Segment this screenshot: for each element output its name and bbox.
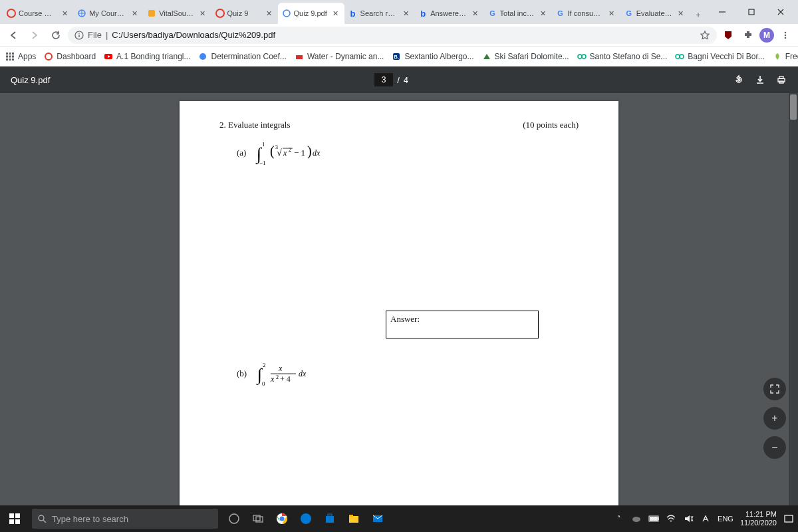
omnibox[interactable]: File | C:/Users/badiya/Downloads/Quiz%20… (68, 27, 717, 44)
explorer-app-icon[interactable] (343, 508, 364, 529)
bookmark-determination[interactable]: Determination Coef... (198, 52, 286, 61)
store-app-icon[interactable] (319, 508, 340, 529)
forward-button[interactable] (25, 26, 44, 45)
star-icon[interactable] (700, 30, 710, 41)
tab-answered[interactable]: b Answered: I ✕ (414, 3, 483, 24)
tab-search-results[interactable]: b Search resu ✕ (344, 3, 415, 24)
tab-evaluate-int[interactable]: G Evaluate int ✕ (620, 3, 690, 24)
address-url: C:/Users/badiya/Downloads/Quiz%209.pdf (112, 30, 275, 40)
tab-label: If consumpt (568, 9, 604, 17)
reload-button[interactable] (47, 26, 65, 45)
zoom-in-button[interactable]: + (763, 407, 786, 430)
close-icon[interactable]: ✕ (331, 9, 340, 18)
svg-point-11 (785, 34, 787, 36)
vertical-scrollbar[interactable] (789, 93, 798, 505)
tab-quiz9-pdf[interactable]: Quiz 9.pdf ✕ (278, 3, 344, 24)
tab-quiz9[interactable]: Quiz 9 ✕ (211, 3, 278, 24)
time: 11:21 PM (745, 510, 777, 519)
tray-chevron-icon[interactable]: ˄ (614, 513, 624, 524)
cortana-icon[interactable] (223, 508, 245, 529)
volume-icon[interactable] (683, 513, 694, 524)
bookmark-bagni-vecchi[interactable]: Bagni Vecchi Di Bor... (675, 52, 764, 61)
svg-point-28 (578, 55, 582, 59)
svg-rect-70 (349, 516, 358, 523)
clock[interactable]: 11:21 PM 11/20/2020 (740, 510, 777, 527)
print-button[interactable] (775, 74, 787, 86)
task-view-icon[interactable] (247, 508, 269, 529)
close-icon[interactable]: ✕ (539, 9, 548, 18)
close-icon[interactable]: ✕ (401, 9, 410, 18)
pdf-viewport[interactable]: 2. Evaluate integrals (10 points each) (… (0, 93, 798, 505)
svg-rect-17 (9, 55, 11, 57)
bookmark-free-spa[interactable]: Free Spa? Top 5 Ital... (773, 52, 798, 61)
chrome-app-icon[interactable] (271, 508, 293, 529)
tab-my-courses[interactable]: My Courses ✕ (73, 3, 143, 24)
wifi-icon[interactable] (666, 513, 676, 524)
leaf-icon (773, 52, 782, 61)
tripadvisor-icon (675, 52, 684, 61)
tab-label: Search resu (360, 9, 399, 17)
bookmark-label: Free Spa? Top 5 Ital... (785, 52, 798, 61)
bartleby-icon: b (348, 9, 358, 18)
close-icon[interactable]: ✕ (265, 9, 274, 18)
svg-point-73 (632, 517, 640, 522)
mail-app-icon[interactable] (367, 508, 388, 529)
ublock-icon[interactable] (720, 27, 737, 44)
problem-header: 2. Evaluate integrals (10 points each) (219, 120, 579, 130)
language-indicator[interactable]: ENG (718, 515, 733, 523)
tab-vitalsource[interactable]: VitalSource ✕ (143, 3, 211, 24)
tab-total-income[interactable]: G Total incom ✕ (484, 3, 552, 24)
fit-button[interactable] (763, 378, 786, 400)
close-icon[interactable]: ✕ (60, 9, 69, 18)
zoom-out-button[interactable]: − (763, 436, 786, 459)
minimize-button[interactable] (708, 0, 737, 24)
tab-if-consumption[interactable]: G If consumpt ✕ (552, 3, 620, 24)
maximize-button[interactable] (737, 0, 766, 24)
ski-icon (482, 52, 491, 61)
svg-rect-18 (12, 55, 14, 57)
onedrive-icon[interactable] (631, 513, 642, 524)
tab-course-modules[interactable]: Course Mod ✕ (3, 3, 73, 24)
close-icon[interactable]: ✕ (130, 9, 139, 18)
start-button[interactable] (0, 505, 29, 532)
svg-text:): ) (307, 144, 312, 159)
apps-shortcut[interactable]: Apps (5, 52, 36, 61)
edge-app-icon[interactable] (295, 508, 317, 529)
back-button[interactable] (4, 26, 23, 45)
current-page-input[interactable] (374, 73, 393, 86)
tab-label: Quiz 9.pdf (294, 9, 329, 17)
battery-icon[interactable] (648, 513, 659, 524)
extensions-icon[interactable] (739, 27, 757, 44)
close-icon[interactable]: ✕ (676, 9, 686, 18)
svg-rect-14 (9, 53, 11, 55)
bookmark-sextantio[interactable]: B. Sextantio Albergo... (392, 52, 473, 61)
svg-text:x: x (270, 374, 275, 384)
svg-rect-68 (326, 516, 334, 523)
rotate-button[interactable] (733, 74, 745, 86)
close-icon[interactable]: ✕ (471, 9, 480, 18)
svg-rect-33 (779, 76, 783, 78)
svg-rect-76 (650, 517, 658, 521)
tab-label: Course Mod (19, 9, 57, 17)
address-sep: | (106, 30, 108, 40)
scrollbar-thumb[interactable] (790, 94, 797, 120)
google-icon: G (488, 9, 497, 18)
address-bar: File | C:/Users/badiya/Downloads/Quiz%20… (0, 24, 798, 47)
download-button[interactable] (754, 74, 766, 86)
input-method-icon[interactable] (700, 513, 711, 524)
close-icon[interactable]: ✕ (607, 9, 616, 18)
profile-avatar[interactable]: M (759, 28, 774, 43)
new-tab-button[interactable]: ＋ (690, 5, 708, 24)
answer-box: Answer: (386, 311, 539, 338)
notifications-icon[interactable] (783, 513, 794, 524)
menu-icon[interactable] (777, 27, 794, 44)
bookmark-water[interactable]: Water - Dynamic an... (295, 52, 384, 61)
close-icon[interactable]: ✕ (198, 9, 207, 18)
bookmark-bonding[interactable]: A.1 Bonding triangl... (104, 52, 190, 61)
bookmark-santo-stefano[interactable]: Santo Stefano di Se... (577, 52, 668, 61)
bookmark-ski-safari[interactable]: Ski Safari Dolomite... (482, 52, 569, 61)
taskbar-search[interactable]: Type here to search (32, 509, 218, 529)
bookmark-dashboard[interactable]: Dashboard (44, 52, 96, 61)
window-close-button[interactable] (766, 0, 795, 24)
google-icon: G (624, 9, 634, 18)
